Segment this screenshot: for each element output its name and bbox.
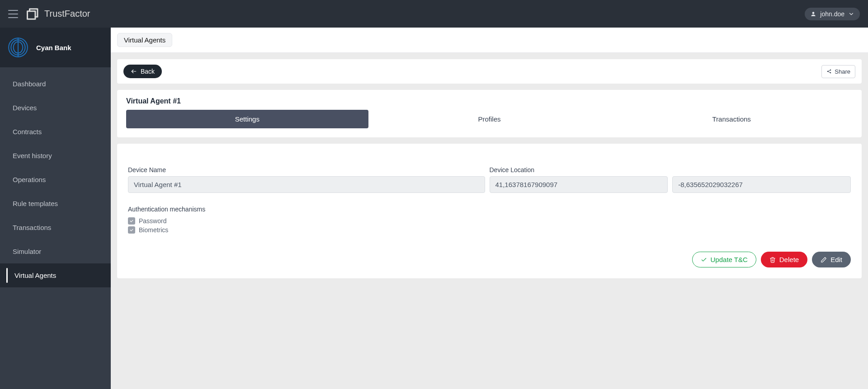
check-icon <box>701 257 707 263</box>
device-location-lon-field[interactable] <box>672 176 851 193</box>
edit-button[interactable]: Edit <box>812 252 851 267</box>
sidebar-item-contracts[interactable]: Contracts <box>0 120 111 144</box>
sidebar-item-dashboard[interactable]: Dashboard <box>0 72 111 96</box>
tab-profiles[interactable]: Profiles <box>368 110 611 128</box>
share-label: Share <box>835 68 850 75</box>
brand: TrustFactor <box>26 7 90 21</box>
toolbar-panel: Back Share <box>117 59 862 84</box>
org-block[interactable]: Cyan Bank <box>0 28 111 67</box>
delete-button[interactable]: Delete <box>761 252 807 267</box>
device-name-field[interactable] <box>128 176 485 193</box>
back-label: Back <box>141 68 155 75</box>
sidebar-item-rule-templates[interactable]: Rule templates <box>0 192 111 216</box>
auth-mechanisms-section: Authentication mechanisms PasswordBiomet… <box>128 206 851 234</box>
checkbox-icon <box>128 217 135 225</box>
share-icon <box>826 69 832 74</box>
auth-option-biometrics[interactable]: Biometrics <box>128 226 851 234</box>
settings-form-panel: Device Name Device Location <box>117 144 862 278</box>
svg-line-7 <box>828 72 830 73</box>
svg-point-0 <box>812 12 815 14</box>
pencil-icon <box>821 257 827 263</box>
share-button[interactable]: Share <box>821 65 855 78</box>
org-name: Cyan Bank <box>36 44 71 52</box>
breadcrumb-bar: Virtual Agents <box>111 28 868 53</box>
update-tc-button[interactable]: Update T&C <box>692 252 756 267</box>
svg-line-6 <box>828 70 830 71</box>
hamburger-menu-icon[interactable] <box>8 10 18 18</box>
edit-label: Edit <box>830 256 842 263</box>
device-location-label: Device Location <box>490 166 668 173</box>
sidebar: Cyan Bank DashboardDevicesContractsEvent… <box>0 28 111 389</box>
sidebar-item-operations[interactable]: Operations <box>0 168 111 192</box>
breadcrumb-current[interactable]: Virtual Agents <box>117 33 172 47</box>
auth-option-label: Biometrics <box>139 226 168 234</box>
arrow-left-icon <box>131 68 137 75</box>
form-actions: Update T&C Delete Edit <box>128 252 851 267</box>
sidebar-item-virtual-agents[interactable]: Virtual Agents <box>0 263 111 287</box>
user-name: john.doe <box>820 10 844 18</box>
back-button[interactable]: Back <box>123 65 162 78</box>
device-location-lat-field[interactable] <box>490 176 668 193</box>
page-title: Virtual Agent #1 <box>117 90 862 110</box>
update-tc-label: Update T&C <box>711 256 748 263</box>
sidebar-item-simulator[interactable]: Simulator <box>0 239 111 263</box>
app-header: TrustFactor john.doe <box>0 0 868 28</box>
auth-mechanisms-label: Authentication mechanisms <box>128 206 851 213</box>
sidebar-item-event-history[interactable]: Event history <box>0 144 111 168</box>
sidebar-item-transactions[interactable]: Transactions <box>0 216 111 239</box>
trash-icon <box>769 257 776 263</box>
tab-settings[interactable]: Settings <box>126 110 368 128</box>
tab-transactions[interactable]: Transactions <box>610 110 853 128</box>
user-icon <box>810 11 816 17</box>
device-name-label: Device Name <box>128 166 485 173</box>
org-logo-icon <box>6 36 30 59</box>
device-location-lon-label-spacer <box>672 166 851 173</box>
sidebar-item-devices[interactable]: Devices <box>0 96 111 120</box>
user-menu[interactable]: john.doe <box>805 8 860 20</box>
title-panel: Virtual Agent #1 SettingsProfilesTransac… <box>117 90 862 137</box>
auth-option-label: Password <box>139 217 166 225</box>
sidebar-nav: DashboardDevicesContractsEvent historyOp… <box>0 67 111 287</box>
checkbox-icon <box>128 226 135 234</box>
auth-option-password[interactable]: Password <box>128 217 851 225</box>
tab-bar: SettingsProfilesTransactions <box>117 110 862 137</box>
chevron-down-icon <box>848 11 854 17</box>
delete-label: Delete <box>779 256 799 263</box>
main-content: Virtual Agents Back <box>111 28 868 389</box>
brand-logo-icon <box>26 7 40 21</box>
brand-name: TrustFactor <box>44 9 90 19</box>
